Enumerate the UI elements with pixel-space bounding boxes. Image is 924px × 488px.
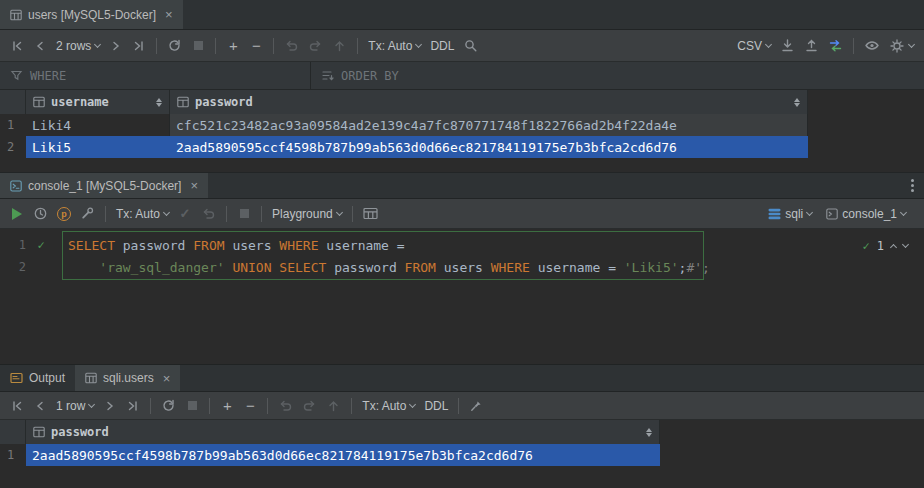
extractor-format-dropdown[interactable]: CSV: [733, 35, 775, 57]
first-page-button[interactable]: [6, 395, 28, 417]
last-page-button[interactable]: [128, 35, 150, 57]
cell-username[interactable]: Liki4: [26, 114, 170, 136]
sql-editor[interactable]: 1 ✓ SELECT password FROM users WHERE use…: [0, 229, 924, 364]
chevron-down-icon: [94, 40, 101, 47]
sort-toggle-icon[interactable]: [794, 98, 800, 107]
sql-token: SELECT: [68, 238, 115, 253]
add-row-button[interactable]: +: [222, 35, 244, 57]
reload-button[interactable]: [157, 395, 180, 417]
first-page-button[interactable]: [6, 35, 28, 57]
order-by-field[interactable]: ORDER BY: [311, 62, 399, 89]
close-icon[interactable]: ×: [165, 8, 173, 21]
previous-problem-icon[interactable]: [890, 244, 897, 251]
previous-page-button[interactable]: [29, 35, 51, 57]
rollback-button[interactable]: [197, 203, 220, 225]
session-switcher-dropdown[interactable]: console_1: [822, 203, 910, 225]
output-layout-button[interactable]: [359, 203, 382, 225]
tab-console-1[interactable]: console_1 [MySQL5-Docker] ×: [0, 173, 208, 198]
tab-output[interactable]: Output: [0, 365, 75, 391]
last-page-button[interactable]: [122, 395, 144, 417]
grid-corner-cell[interactable]: [0, 420, 26, 444]
toolbar-separator: [357, 38, 358, 54]
wrench-icon: [80, 206, 95, 221]
toolbar-separator: [458, 398, 459, 414]
more-options-icon[interactable]: [911, 179, 914, 192]
next-problem-icon[interactable]: [902, 241, 909, 248]
settings-button[interactable]: [885, 35, 918, 57]
page-size-dropdown[interactable]: 1 row: [52, 395, 98, 417]
row-number[interactable]: 2: [0, 136, 26, 158]
run-button[interactable]: [6, 203, 28, 225]
stop-button[interactable]: [181, 395, 203, 417]
console-toolbar: p Tx: Auto ✓ Playground: [0, 199, 924, 229]
parameters-button[interactable]: p: [53, 203, 75, 225]
grid-corner-cell[interactable]: [0, 90, 26, 114]
reload-icon: [167, 38, 182, 53]
column-header-password[interactable]: password: [170, 90, 808, 114]
delete-row-button[interactable]: −: [239, 395, 261, 417]
inspection-count: 1: [877, 239, 884, 253]
compare-data-button[interactable]: [824, 35, 847, 57]
undo-button[interactable]: [280, 35, 303, 57]
tab-sqli-users-result[interactable]: sqli.users ×: [75, 365, 180, 391]
reload-button[interactable]: [163, 35, 186, 57]
inspection-widget[interactable]: ✓ 1: [863, 239, 908, 253]
sql-text[interactable]: SELECT password FROM users WHERE usernam…: [56, 238, 405, 253]
stop-button[interactable]: [187, 35, 209, 57]
toolbar-separator: [215, 38, 216, 54]
chevron-down-icon: [409, 400, 416, 407]
redo-button[interactable]: [304, 35, 327, 57]
swap-arrows-icon: [828, 38, 843, 53]
console-settings-button[interactable]: [76, 203, 99, 225]
code-line-1[interactable]: 1 ✓ SELECT password FROM users WHERE use…: [0, 234, 405, 256]
redo-button[interactable]: [298, 395, 321, 417]
undo-button[interactable]: [274, 395, 297, 417]
close-icon[interactable]: ×: [190, 179, 198, 192]
delete-row-button[interactable]: −: [245, 35, 267, 57]
cell-password[interactable]: cfc521c23482ac93a09584ad2e139c4a7fc87077…: [170, 114, 808, 136]
code-line-2[interactable]: 2 'raw_sql_danger' UNION SELECT password…: [0, 256, 710, 278]
sort-toggle-icon[interactable]: [156, 98, 162, 107]
row-number[interactable]: 1: [0, 444, 26, 466]
add-row-button[interactable]: +: [216, 395, 238, 417]
column-header-username[interactable]: username: [26, 90, 170, 114]
sql-text[interactable]: 'raw_sql_danger' UNION SELECT password F…: [56, 260, 710, 275]
grid-toolbar-right: CSV: [733, 35, 918, 57]
submit-changes-button[interactable]: [328, 35, 351, 57]
tab-title: sqli.users: [103, 371, 154, 385]
sort-toggle-icon[interactable]: [646, 428, 652, 437]
view-options-button[interactable]: [860, 35, 884, 57]
cell-password[interactable]: 2aad5890595ccf4598b787b99ab563d0d66ec821…: [170, 136, 808, 158]
tab-users-grid[interactable]: users [MySQL5-Docker] ×: [0, 0, 183, 29]
tx-mode-dropdown[interactable]: Tx: Auto: [358, 395, 419, 417]
cell-password[interactable]: 2aad5890595ccf4598b787b99ab563d0d66ec821…: [26, 444, 660, 466]
ddl-button[interactable]: DDL: [420, 395, 452, 417]
tab-title: Output: [29, 371, 65, 385]
schema-switcher-dropdown[interactable]: sqli: [764, 203, 816, 225]
next-page-button[interactable]: [105, 35, 127, 57]
pin-tab-button[interactable]: [465, 395, 487, 417]
row-number[interactable]: 1: [0, 114, 26, 136]
search-button[interactable]: [459, 35, 482, 57]
cell-username[interactable]: Liki5: [26, 136, 170, 158]
previous-page-button[interactable]: [29, 395, 51, 417]
export-data-button[interactable]: [776, 35, 799, 57]
query-history-button[interactable]: [29, 203, 52, 225]
chevron-down-icon: [908, 40, 915, 47]
ddl-button[interactable]: DDL: [426, 35, 458, 57]
where-filter-field[interactable]: WHERE: [0, 62, 310, 89]
tx-mode-dropdown[interactable]: Tx: Auto: [364, 35, 425, 57]
page-size-dropdown[interactable]: 2 rows: [52, 35, 104, 57]
console-stop-button[interactable]: [233, 203, 255, 225]
commit-button[interactable]: ✓: [174, 203, 196, 225]
session-label: console_1: [842, 207, 897, 221]
next-page-button[interactable]: [99, 395, 121, 417]
column-header-password[interactable]: password: [26, 420, 660, 444]
import-data-button[interactable]: [800, 35, 823, 57]
output-icon: [10, 372, 23, 384]
playground-mode-dropdown[interactable]: Playground: [268, 203, 346, 225]
sql-token: ;: [679, 260, 687, 275]
submit-changes-button[interactable]: [322, 395, 345, 417]
console-tx-dropdown[interactable]: Tx: Auto: [112, 203, 173, 225]
close-icon[interactable]: ×: [163, 372, 171, 385]
